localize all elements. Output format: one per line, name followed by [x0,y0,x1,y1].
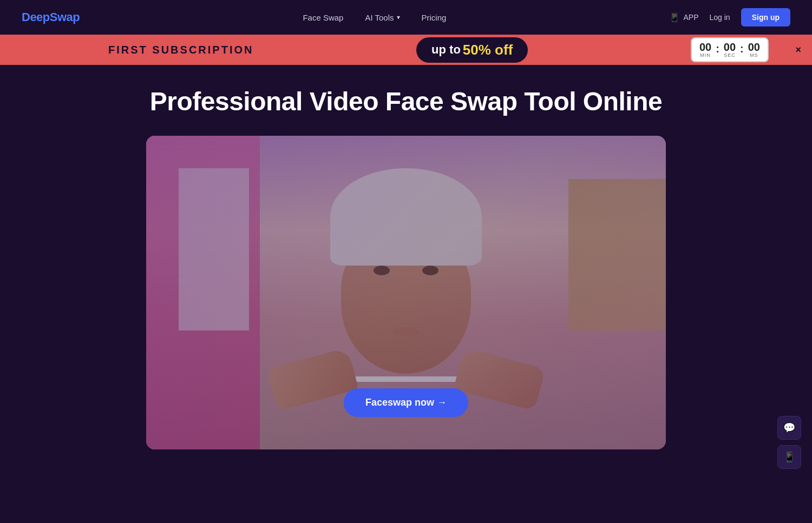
signup-button[interactable]: Sign up [741,8,790,27]
chat-icon: 💬 [783,422,795,434]
nav-right: 📱 APP Log in Sign up [669,8,790,27]
video-right-panel [568,179,666,330]
promo-timer: 00 Min : 00 Sec : 00 MS [691,37,769,62]
promo-up-to-text: up to [431,43,461,57]
mobile-icon: 📱 [669,12,680,23]
timer-ms-block: 00 MS [748,42,760,58]
close-banner-button[interactable]: × [795,44,801,56]
timer-sec-value: 00 [724,42,736,52]
promo-center: up to 50% off [416,37,528,63]
promo-banner: FIRST SUBSCRIPTION up to 50% off 00 Min … [0,35,812,65]
app-button[interactable]: 📱 APP [669,12,698,23]
nav-center: Face Swap AI Tools ▾ Pricing [303,13,446,22]
login-button[interactable]: Log in [710,13,730,22]
timer-sep-2: : [739,43,745,55]
phone-float-button[interactable]: 📱 [777,445,801,469]
logo-text-part1: Deep [22,10,50,24]
timer-min-block: 00 Min [699,42,711,58]
video-preview: Faceswap now → [146,136,666,449]
navbar: DeepSwap Face Swap AI Tools ▾ Pricing 📱 … [0,0,812,35]
timer-min-label: Min [699,52,711,58]
nav-face-swap[interactable]: Face Swap [303,13,343,22]
mobile-float-icon: 📱 [783,451,795,463]
video-left-panel-white [179,168,249,330]
chevron-down-icon: ▾ [397,14,400,21]
floating-buttons: 💬 📱 [777,416,801,469]
faceswap-now-button[interactable]: Faceswap now → [344,388,468,417]
chat-float-button[interactable]: 💬 [777,416,801,440]
timer-sep-1: : [715,43,721,55]
nav-pricing[interactable]: Pricing [422,13,447,22]
logo-text-part2: Swap [50,10,80,24]
timer-min-value: 00 [699,42,711,52]
timer-sec-block: 00 Sec [724,42,736,58]
nav-ai-tools[interactable]: AI Tools ▾ [365,13,400,22]
hero-title: Professional Video Face Swap Tool Online [150,87,662,116]
video-towel [330,168,482,266]
promo-discount-text: 50% off [463,42,513,58]
timer-sec-label: Sec [724,52,736,58]
timer-ms-value: 00 [748,42,760,52]
app-label: APP [683,13,698,22]
nav-ai-tools-label: AI Tools [365,13,394,22]
promo-left-text: FIRST SUBSCRIPTION [108,44,253,56]
brand-logo[interactable]: DeepSwap [22,10,80,24]
hero-section: Professional Video Face Swap Tool Online [0,65,812,449]
timer-ms-label: MS [748,52,760,58]
